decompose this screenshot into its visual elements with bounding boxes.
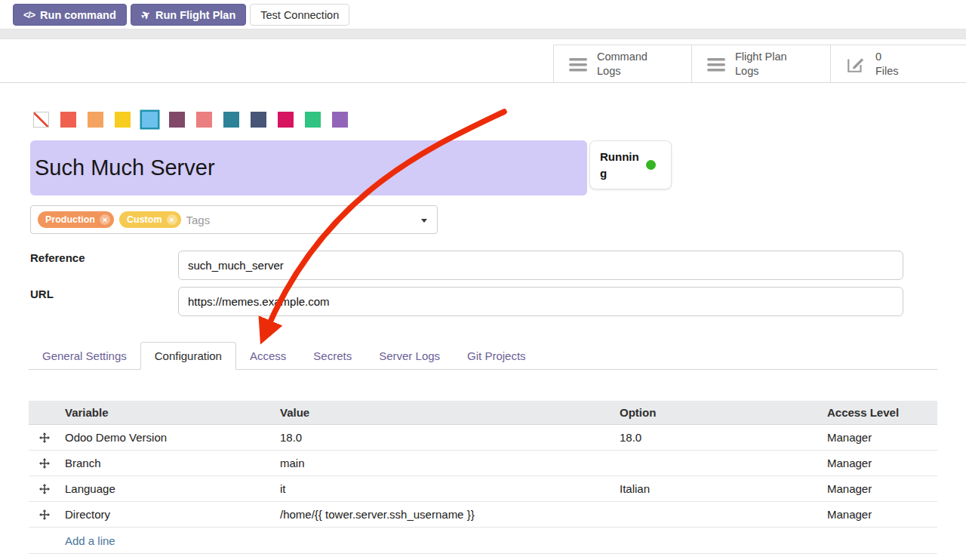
stat-label-line2: Logs [597,64,648,78]
files-button[interactable]: 0 Files [830,45,966,83]
color-swatch[interactable] [332,112,348,128]
cell-variable[interactable]: Language [60,482,275,495]
cell-variable[interactable]: Odoo Demo Version [60,431,275,444]
color-swatch[interactable] [278,112,294,128]
reference-input[interactable] [178,251,903,280]
color-swatch[interactable] [60,112,76,128]
color-palette [33,112,348,128]
test-connection-label: Test Connection [260,9,339,21]
run-command-button[interactable]: </> Run command [13,4,127,26]
header-value: Value [275,406,615,419]
drag-handle[interactable] [29,458,60,469]
cell-value[interactable]: main [275,457,615,469]
stat-label-line2: Logs [735,64,787,78]
color-swatch[interactable] [88,112,103,128]
tag-remove-icon[interactable]: × [100,214,110,225]
tab-access[interactable]: Access [236,342,300,369]
cell-variable[interactable]: Directory [60,508,275,521]
tab-server-logs[interactable]: Server Logs [365,342,454,369]
tag-label: Custom [127,214,162,225]
color-swatch[interactable] [169,112,185,128]
form-header: Command Logs Flight Plan Logs [0,39,966,83]
test-connection-button[interactable]: Test Connection [250,4,349,26]
menu-bars-icon [707,57,725,72]
cell-access-level[interactable]: Manager [823,508,937,521]
paper-plane-icon: ✈ [139,8,152,23]
cell-value[interactable]: 18.0 [275,431,615,444]
command-logs-button[interactable]: Command Logs [553,45,691,83]
header-variable: Variable [60,406,275,419]
color-swatch-selected[interactable] [142,112,158,128]
page: </> Run command ✈ Run Flight Plan Test C… [0,0,966,560]
server-name-text: Such Much Server [35,155,215,180]
cell-value[interactable]: it [275,482,615,495]
stat-label-line1: Flight Plan [735,50,787,64]
color-swatch-none[interactable] [33,112,49,128]
color-swatch[interactable] [196,112,212,128]
cell-option[interactable]: 18.0 [615,431,823,444]
tag-remove-icon[interactable]: × [167,214,177,225]
drag-handle[interactable] [29,509,60,520]
drag-handle[interactable] [29,484,60,494]
color-swatch[interactable] [251,112,266,128]
files-count: 0 [875,50,899,64]
drag-handle[interactable] [29,432,60,443]
tag-custom: Custom × [119,211,181,228]
reference-label: Reference [30,251,85,264]
tag-production: Production × [38,211,114,228]
gray-separator-band [0,29,966,39]
files-label: Files [875,64,899,78]
cell-access-level[interactable]: Manager [823,482,937,495]
table-row[interactable]: Branch main Manager [29,451,937,476]
status-label: Running [600,149,639,182]
url-label: URL [30,288,54,300]
run-command-label: Run command [40,9,116,21]
cell-value[interactable]: /home/{{ tower.server.ssh_username }} [275,508,615,521]
cell-access-level[interactable]: Manager [823,457,937,469]
cell-access-level[interactable]: Manager [823,431,937,444]
move-icon [39,484,50,494]
status-button[interactable]: Running [589,140,672,189]
tab-configuration[interactable]: Configuration [140,342,236,370]
tab-git-projects[interactable]: Git Projects [454,342,540,369]
tags-placeholder: Tags [186,214,211,226]
url-input[interactable] [178,287,903,316]
run-flight-plan-label: Run Flight Plan [155,9,235,21]
stat-label-line1: Command [597,50,648,64]
table-header-row: Variable Value Option Access Level [29,401,937,425]
color-swatch[interactable] [305,112,321,128]
configuration-table: Variable Value Option Access Level Odoo … [29,401,937,554]
cell-option[interactable]: Italian [615,482,823,495]
tag-label: Production [45,214,95,225]
status-dot-icon [646,160,656,170]
table-row[interactable]: Odoo Demo Version 18.0 18.0 Manager [29,425,937,451]
menu-bars-icon [569,57,587,72]
color-swatch[interactable] [115,112,131,128]
move-icon [39,432,50,443]
cell-variable[interactable]: Branch [60,457,275,469]
code-icon: </> [23,10,35,20]
move-icon [39,509,50,520]
color-swatch[interactable] [223,112,239,128]
dropdown-caret-icon[interactable] [421,219,427,223]
header-access-level: Access Level [823,406,937,419]
add-a-line-link[interactable]: Add a line [29,528,937,554]
edit-pencil-icon [846,54,866,74]
move-icon [39,458,50,469]
tab-secrets[interactable]: Secrets [300,342,365,369]
table-row[interactable]: Directory /home/{{ tower.server.ssh_user… [29,502,937,528]
action-toolbar: </> Run command ✈ Run Flight Plan Test C… [13,4,349,26]
tags-input[interactable]: Production × Custom × Tags [30,205,438,234]
notebook-tabs: General Settings Configuration Access Se… [29,342,937,370]
tab-general-settings[interactable]: General Settings [29,342,140,369]
run-flight-plan-button[interactable]: ✈ Run Flight Plan [131,4,246,26]
table-row[interactable]: Language it Italian Manager [29,476,937,502]
header-option: Option [615,406,823,419]
server-name-field[interactable]: Such Much Server [30,140,587,195]
stat-buttons: Command Logs Flight Plan Logs [553,45,966,83]
flight-plan-logs-button[interactable]: Flight Plan Logs [691,45,830,83]
